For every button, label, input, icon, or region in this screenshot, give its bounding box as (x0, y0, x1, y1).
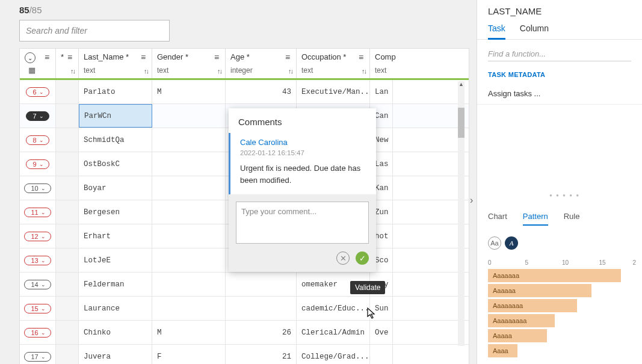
record-count: 85/85 (19, 5, 450, 15)
cell-company[interactable] (370, 345, 393, 364)
row-index[interactable]: 16 ⌄ (20, 321, 56, 344)
col-menu-icon[interactable] (214, 52, 221, 62)
sort-icon[interactable]: ↑↓ (144, 67, 148, 75)
cell-gender[interactable] (152, 273, 226, 296)
cell-last-name[interactable]: Bergesen (79, 200, 152, 224)
table-row[interactable]: 14 ⌄Feldermanomemakerkay (20, 273, 469, 297)
cell-last-name[interactable]: SchmidtQa (79, 128, 152, 152)
col-age[interactable]: Age * integer ↑↓ (226, 49, 297, 78)
columns-icon[interactable]: ▦ (28, 66, 35, 75)
search-input[interactable] (19, 20, 170, 42)
pattern-bar[interactable]: Aaaa (488, 344, 636, 357)
table-row[interactable]: 16 ⌄ChinkoM26Clerical/AdminOve (20, 321, 469, 345)
sort-icon[interactable]: ↑↓ (70, 67, 75, 75)
resize-dots-icon[interactable]: ● ● ● ● ● (549, 193, 580, 198)
cell-age[interactable] (226, 273, 297, 296)
row-index[interactable]: 6 ⌄ (20, 80, 56, 103)
col-menu-icon[interactable] (141, 52, 148, 62)
subtab-rule[interactable]: Rule (564, 212, 580, 226)
row-index[interactable]: 7 ⌄ (20, 104, 56, 128)
col-company[interactable]: Comp text (370, 49, 393, 78)
cell-company[interactable]: Lan (370, 80, 393, 103)
cell-last-name[interactable]: Erhart (79, 224, 152, 248)
cell-gender[interactable] (152, 200, 226, 224)
cell-age[interactable]: 43 (226, 80, 297, 103)
cell-last-name[interactable]: Juvera (79, 345, 152, 364)
cell-age[interactable]: 26 (226, 321, 297, 344)
sort-icon[interactable]: ↑↓ (288, 67, 292, 75)
cell-gender[interactable]: M (152, 80, 226, 103)
find-function-input[interactable] (488, 47, 631, 61)
row-index[interactable]: 9 ⌄ (20, 152, 56, 176)
cell-last-name[interactable]: ParWCn (79, 104, 152, 128)
row-index[interactable]: 14 ⌄ (20, 273, 56, 296)
col-menu-icon[interactable] (67, 52, 75, 62)
col-type: text (375, 66, 388, 75)
subtab-pattern[interactable]: Pattern (523, 212, 548, 226)
scrollbar-thumb[interactable] (458, 108, 465, 138)
row-index[interactable]: 13 ⌄ (20, 248, 56, 272)
cell-occupation[interactable]: College/Grad... (297, 345, 370, 364)
table-row[interactable]: 6 ⌄ParlatoM43Executive/Man...Lan (20, 80, 469, 104)
cell-last-name[interactable]: Laurance (79, 297, 152, 320)
tab-column[interactable]: Column (520, 23, 549, 39)
assign-tasks[interactable]: Assign tasks ... (477, 83, 642, 105)
pattern-bar[interactable]: Aaaaa (488, 329, 636, 342)
row-index[interactable]: 17 ⌄ (20, 345, 56, 364)
cell-gender[interactable]: F (152, 345, 226, 364)
cell-last-name[interactable]: Felderman (79, 273, 152, 296)
cell-last-name[interactable]: LotJeE (79, 248, 152, 272)
cell-occupation[interactable]: cademic/Educ... (297, 297, 370, 320)
cell-gender[interactable] (152, 104, 226, 128)
validate-button[interactable]: ✓ (356, 251, 369, 265)
sort-icon[interactable]: ↑↓ (217, 67, 221, 75)
cell-last-name[interactable]: Boyar (79, 176, 152, 200)
pattern-bar[interactable]: Aaaaaaaa (488, 299, 636, 312)
expand-all-icon[interactable]: ⌄ (25, 52, 35, 63)
col-menu-icon[interactable] (285, 52, 292, 62)
cell-age[interactable]: 21 (226, 345, 297, 364)
scroll-up-icon[interactable]: ▲ (458, 81, 465, 88)
cancel-button[interactable]: ✕ (336, 251, 350, 265)
count-total: /85 (29, 5, 42, 15)
pattern-letter-icon[interactable]: A (505, 236, 518, 250)
expand-handle-icon[interactable]: › (470, 195, 478, 207)
cell-company[interactable]: Sun (370, 297, 393, 320)
table-row[interactable]: 15 ⌄Laurancecademic/Educ...Sun (20, 297, 469, 321)
cell-gender[interactable] (152, 128, 226, 152)
row-index[interactable]: 12 ⌄ (20, 224, 56, 248)
pattern-text-icon[interactable]: Aa (488, 236, 501, 250)
col-menu-icon[interactable] (45, 52, 52, 62)
cell-occupation[interactable]: Executive/Man... (297, 80, 370, 103)
pattern-bars: AaaaaaaAaaaaaAaaaaaaaAaaaaaaaaAaaaaAaaa (477, 269, 642, 357)
col-occupation[interactable]: Occupation * text ↑↓ (297, 49, 370, 78)
cell-gender[interactable]: M (152, 321, 226, 344)
tab-task[interactable]: Task (488, 23, 505, 40)
subtab-chart[interactable]: Chart (488, 212, 507, 226)
col-last-name[interactable]: Last_Name * text ↑↓ (79, 49, 152, 78)
cell-age[interactable] (226, 297, 297, 320)
cell-occupation[interactable]: Clerical/Admin (297, 321, 370, 344)
cell-gender[interactable] (152, 224, 226, 248)
cell-last-name[interactable]: Chinko (79, 321, 152, 344)
row-index[interactable]: 8 ⌄ (20, 128, 56, 152)
cell-last-name[interactable]: Parlato (79, 80, 152, 103)
pattern-bar[interactable]: Aaaaaaa (488, 269, 636, 282)
col-menu-icon[interactable] (359, 52, 366, 62)
row-index[interactable]: 15 ⌄ (20, 297, 56, 320)
table-row[interactable]: 17 ⌄JuveraF21College/Grad... (20, 345, 469, 364)
pattern-bar[interactable]: Aaaaaa (488, 284, 636, 297)
cell-gender[interactable] (152, 248, 226, 272)
cell-gender[interactable] (152, 176, 226, 200)
row-index[interactable]: 11 ⌄ (20, 200, 56, 224)
row-index[interactable]: 10 ⌄ (20, 176, 56, 200)
col-gender[interactable]: Gender * text ↑↓ (152, 49, 226, 78)
cell-gender[interactable] (152, 152, 226, 176)
vertical-scrollbar[interactable]: ▲ (458, 81, 465, 346)
cell-last-name[interactable]: OstBoskC (79, 152, 152, 176)
cell-gender[interactable] (152, 297, 226, 320)
pattern-bar[interactable]: Aaaaaaaaa (488, 314, 636, 327)
comment-input[interactable] (236, 202, 369, 244)
sort-icon[interactable]: ↑↓ (362, 67, 366, 75)
cell-company[interactable]: Ove (370, 321, 393, 344)
